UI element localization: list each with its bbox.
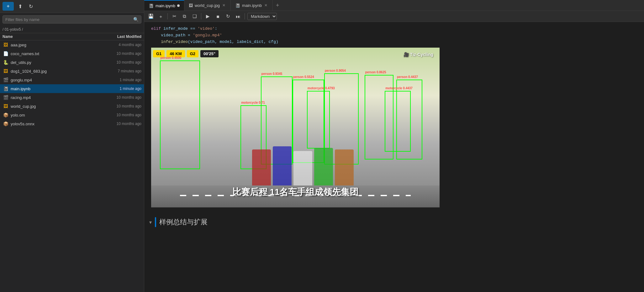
- file-list: 🖼 aaa.jpeg 4 months ago 📄 coco_names.txt…: [0, 40, 144, 292]
- col-last-modified: Last Modified: [117, 34, 141, 39]
- file-icon: 📦: [3, 121, 9, 127]
- file-icon: 📦: [3, 112, 9, 118]
- file-name: world_cup.jpg: [11, 104, 117, 109]
- paste-button[interactable]: ❑: [190, 12, 198, 20]
- file-icon: 📓: [3, 86, 9, 92]
- file-name: main.ipynb: [11, 86, 120, 91]
- file-date: 1 minute ago: [120, 78, 141, 82]
- fast-forward-button[interactable]: ⏭: [234, 12, 242, 20]
- section-collapse-arrow[interactable]: ▾: [149, 219, 152, 225]
- upload-button[interactable]: ⬆: [16, 2, 24, 11]
- file-item[interactable]: 📦 yolov5s.onnx 10 months ago: [0, 119, 144, 128]
- tab-label: world_cup.jpg: [195, 3, 220, 8]
- refresh-button[interactable]: ↻: [26, 2, 35, 11]
- file-item[interactable]: 🐍 det_utils.py 10 months ago: [0, 58, 144, 67]
- section-indicator: [155, 217, 156, 227]
- file-date: 10 months ago: [117, 95, 141, 100]
- code-cell: elif infer_mode == 'video': video_path =…: [144, 22, 644, 212]
- file-item[interactable]: 🖼 aaa.jpeg 4 months ago: [0, 40, 144, 49]
- g2-tag: G2: [187, 50, 198, 57]
- search-input[interactable]: [5, 17, 133, 22]
- file-name: yolo.om: [11, 113, 117, 117]
- file-date: 10 months ago: [117, 122, 141, 126]
- tab-tab1[interactable]: 📓 main.ipynb: [144, 0, 184, 11]
- main-area: 📓 main.ipynb🖼 world_cup.jpg✕📓 main.ipynb…: [144, 0, 644, 292]
- cell-body: elif infer_mode == 'video': video_path =…: [146, 23, 644, 211]
- cut-button[interactable]: ✂: [170, 12, 178, 20]
- tab-icon: 📓: [235, 3, 240, 8]
- file-date: 10 months ago: [117, 60, 141, 65]
- file-icon: 🎬: [3, 94, 9, 101]
- copy-button[interactable]: ⧉: [180, 12, 188, 20]
- file-name: coco_names.txt: [11, 51, 117, 56]
- run-button[interactable]: ▶: [204, 12, 212, 20]
- file-date: 1 minute ago: [120, 86, 141, 91]
- file-date: 10 months ago: [117, 51, 141, 56]
- file-item[interactable]: 🖼 world_cup.jpg 10 months ago: [0, 102, 144, 111]
- sidebar-toolbar: + ⬆ ↻: [0, 0, 144, 13]
- add-cell-button[interactable]: +: [157, 12, 165, 20]
- file-name: racing.mp4: [11, 95, 117, 100]
- breadcrumb: / 01-yolov5 /: [0, 26, 144, 33]
- file-item[interactable]: 🎬 gonglu.mp4 1 minute ago: [0, 76, 144, 84]
- tab-dirty-indicator: [177, 4, 180, 7]
- save-button[interactable]: 💾: [147, 12, 155, 20]
- tab-tab2[interactable]: 🖼 world_cup.jpg✕: [184, 0, 231, 11]
- tab-label: main.ipynb: [242, 3, 262, 8]
- image-subtitle: 比赛后程 11名车手组成领先集团: [232, 186, 359, 198]
- cyclists-group: [252, 146, 425, 187]
- det-box-9: motorcycle 0.4437: [385, 91, 411, 152]
- section-heading: ▾ 样例总结与扩展: [144, 212, 644, 230]
- new-tab-button[interactable]: +: [273, 0, 282, 11]
- search-bar: 🔍: [3, 15, 141, 23]
- file-icon: 🎬: [3, 77, 9, 83]
- file-item[interactable]: 📄 coco_names.txt 10 months ago: [0, 49, 144, 58]
- code-content: elif infer_mode == 'video': video_path =…: [151, 26, 639, 45]
- file-name: aaa.jpeg: [11, 43, 119, 47]
- file-item[interactable]: 🎬 racing.mp4 10 months ago: [0, 93, 144, 102]
- notebook-toolbar: 💾 + ✂ ⧉ ❑ ▶ ■ ↻ ⏭ Markdown Code Raw: [144, 11, 644, 22]
- file-name: yolov5s.onnx: [11, 122, 117, 126]
- section-title: 样例总结与扩展: [159, 217, 208, 227]
- notebook-content[interactable]: elif infer_mode == 'video': video_path =…: [144, 22, 644, 292]
- file-date: 10 months ago: [117, 104, 141, 108]
- output-image: G1 46 KM G2 00'25" 🎥 Tiz-Cycling person …: [151, 48, 440, 207]
- watermark: 🎥 Tiz-Cycling: [404, 52, 433, 57]
- file-date: 10 months ago: [117, 113, 141, 117]
- tab-icon: 🖼: [189, 3, 193, 8]
- file-icon: 📄: [3, 50, 9, 57]
- file-icon: 🖼: [3, 42, 9, 48]
- col-name: Name: [3, 34, 13, 39]
- detection-frame: G1 46 KM G2 00'25" 🎥 Tiz-Cycling person …: [151, 48, 440, 207]
- file-name: det_utils.py: [11, 60, 117, 65]
- tab-tab3[interactable]: 📓 main.ipynb✕: [231, 0, 273, 11]
- file-item[interactable]: 🖼 dog1_1024_683.jpg 7 minutes ago: [0, 67, 144, 76]
- file-icon: 🖼: [3, 68, 9, 74]
- file-date: 7 minutes ago: [118, 69, 141, 73]
- tab-close-button[interactable]: ✕: [264, 3, 268, 8]
- stop-button[interactable]: ■: [214, 12, 222, 20]
- file-icon: 🐍: [3, 59, 9, 65]
- new-file-button[interactable]: +: [3, 2, 14, 11]
- file-name: gonglu.mp4: [11, 78, 120, 82]
- file-icon: 🖼: [3, 103, 9, 109]
- search-icon: 🔍: [133, 17, 139, 22]
- det-box-1: person 0.4500: [160, 60, 200, 169]
- tab-icon: 📓: [149, 3, 154, 8]
- file-date: 4 months ago: [119, 43, 141, 47]
- restart-button[interactable]: ↻: [224, 12, 232, 20]
- file-list-header: Name Last Modified: [0, 33, 144, 40]
- tab-close-button[interactable]: ✕: [222, 3, 226, 8]
- tab-bar: 📓 main.ipynb🖼 world_cup.jpg✕📓 main.ipynb…: [144, 0, 644, 11]
- file-name: dog1_1024_683.jpg: [11, 69, 118, 74]
- tab-label: main.ipynb: [156, 3, 175, 8]
- kernel-select[interactable]: Markdown Code Raw: [247, 13, 277, 20]
- sidebar: + ⬆ ↻ 🔍 / 01-yolov5 / Name Last Modified…: [0, 0, 144, 292]
- det-box-8: motorcycle 0.4793: [307, 91, 330, 149]
- file-item[interactable]: 📦 yolo.om 10 months ago: [0, 111, 144, 119]
- file-item[interactable]: 📓 main.ipynb 1 minute ago: [0, 84, 144, 93]
- time-tag: 00'25": [200, 50, 219, 57]
